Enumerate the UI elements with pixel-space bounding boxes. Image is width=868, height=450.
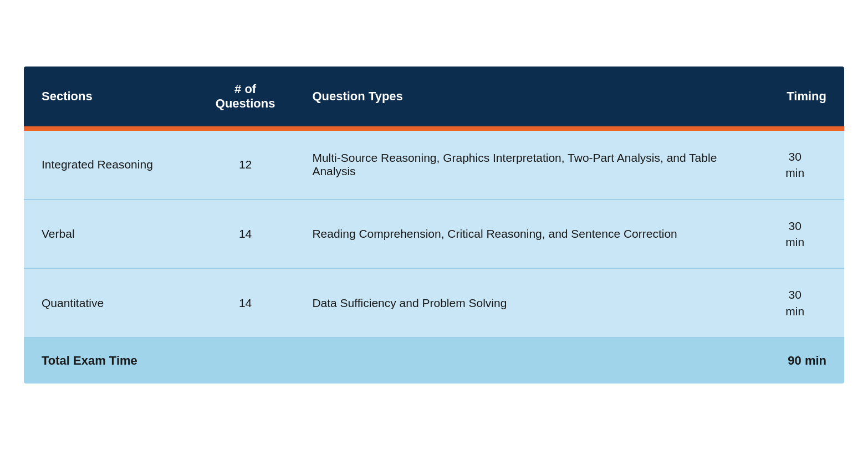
header-timing: Timing — [746, 67, 844, 126]
header-question-types: Question Types — [294, 67, 746, 126]
total-row: Total Exam Time 90 min — [24, 338, 844, 383]
question-types: Multi-Source Reasoning, Graphics Interpr… — [294, 131, 746, 200]
table-row: Verbal 14 Reading Comprehension, Critica… — [24, 200, 844, 269]
header-sections: Sections — [24, 67, 196, 126]
timing: 30min — [746, 131, 844, 200]
section-name: Quantitative — [24, 268, 196, 338]
question-count: 14 — [196, 200, 295, 269]
question-types: Reading Comprehension, Critical Reasonin… — [294, 200, 746, 269]
question-count: 14 — [196, 268, 295, 338]
header-row: Sections # of Questions Question Types T… — [24, 67, 844, 126]
section-name: Integrated Reasoning — [24, 131, 196, 200]
table-row: Integrated Reasoning 12 Multi-Source Rea… — [24, 131, 844, 200]
timing: 30min — [746, 268, 844, 338]
question-count: 12 — [196, 131, 295, 200]
exam-table: Sections # of Questions Question Types T… — [24, 67, 844, 383]
accent-divider-row — [24, 126, 844, 131]
total-label: Total Exam Time — [24, 338, 746, 383]
exam-table-wrapper: Sections # of Questions Question Types T… — [24, 67, 844, 383]
section-name: Verbal — [24, 200, 196, 269]
total-value: 90 min — [746, 338, 844, 383]
question-types: Data Sufficiency and Problem Solving — [294, 268, 746, 338]
header-questions: # of Questions — [196, 67, 295, 126]
table-row: Quantitative 14 Data Sufficiency and Pro… — [24, 268, 844, 338]
timing: 30min — [746, 200, 844, 269]
